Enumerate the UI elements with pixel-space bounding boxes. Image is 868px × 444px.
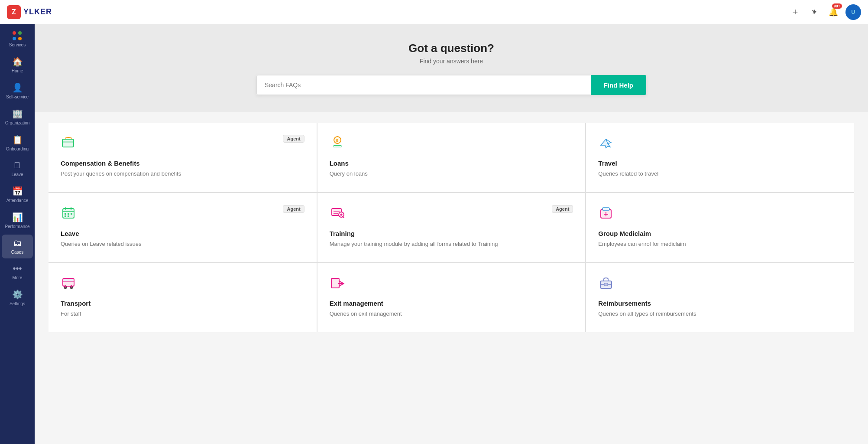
hero-title: Got a question? [43, 42, 859, 55]
card-title: Transport [61, 300, 304, 307]
card-title: Loans [330, 160, 573, 167]
topbar-actions: + ✦ ? 🔔 99+ U [788, 4, 861, 20]
sidebar-item-services[interactable]: Services [2, 28, 33, 51]
card-title: Reimbursements [598, 300, 842, 307]
card-desc: Post your queries on compensation and be… [61, 170, 304, 178]
settings-icon: ⚙️ [12, 289, 23, 300]
card-desc: Queries on all types of reimbursements [598, 310, 842, 318]
card-header: Agent [330, 205, 573, 224]
notifications-button[interactable]: 🔔 99+ [826, 5, 840, 19]
performance-icon: 📊 [12, 212, 23, 222]
sidebar-item-settings[interactable]: ⚙️ Settings [2, 286, 33, 310]
svg-rect-30 [65, 285, 66, 287]
sidebar: Services 🏠 Home 👤 Self-service 🏢 Organiz… [0, 24, 35, 444]
training-icon [330, 205, 345, 224]
card-reimbursements[interactable]: Reimbursements Queries on all types of r… [586, 263, 854, 332]
card-leave[interactable]: Agent Leave Queries on Leave related iss… [49, 193, 317, 262]
card-title: Compensation & Benefits [61, 160, 304, 167]
card-header: Agent [61, 205, 304, 224]
logo-icon: Z [7, 5, 21, 19]
find-help-button[interactable]: Find Help [591, 75, 646, 95]
sidebar-item-label: Cases [11, 250, 23, 255]
hero-subtitle: Find your answers here [43, 58, 859, 65]
svg-rect-11 [71, 213, 72, 215]
agent-badge: Agent [283, 205, 304, 213]
card-header [598, 205, 842, 224]
sidebar-item-label: Organization [5, 121, 30, 126]
svg-rect-0 [62, 139, 74, 147]
calendar-icon [61, 205, 76, 224]
card-desc: For staff [61, 310, 304, 318]
mediclaim-icon [598, 205, 614, 224]
topbar: Z YLKER + ✦ ? 🔔 99+ U [0, 0, 868, 24]
card-compensation[interactable]: Agent Compensation & Benefits Post your … [49, 123, 317, 192]
organization-icon: 🏢 [12, 108, 23, 119]
sidebar-item-label: Leave [11, 172, 23, 177]
card-group-mediclaim[interactable]: Group Mediclaim Employees can enrol for … [586, 193, 854, 262]
sidebar-item-label: More [13, 275, 23, 281]
sidebar-item-label: Settings [10, 301, 25, 307]
card-desc: Employees can enrol for mediclaim [598, 240, 842, 248]
leave-icon: 🗒 [13, 160, 22, 170]
home-icon: 🏠 [12, 56, 23, 67]
avatar[interactable]: U [845, 4, 861, 20]
services-icon [13, 31, 22, 41]
svg-text:$: $ [336, 138, 338, 143]
search-row: Find Help [256, 75, 646, 95]
hero-section: Got a question? Find your answers here F… [35, 24, 868, 112]
card-exit-management[interactable]: Exit management Queries on exit manageme… [317, 263, 586, 332]
logo-text: YLKER [23, 7, 52, 16]
agent-badge: Agent [552, 205, 573, 213]
sidebar-item-organization[interactable]: 🏢 Organization [2, 105, 33, 129]
sidebar-item-performance[interactable]: 📊 Performance [2, 209, 33, 233]
card-header [330, 275, 573, 294]
card-desc: Manage your training module by adding al… [330, 240, 573, 248]
sidebar-item-label: Services [9, 42, 26, 48]
sidebar-item-label: Attendance [6, 198, 29, 203]
sidebar-item-cases[interactable]: 🗂 Cases [2, 235, 33, 258]
card-travel[interactable]: Travel Queries related to travel [586, 123, 854, 192]
svg-rect-1 [62, 141, 74, 143]
exit-icon [330, 275, 345, 294]
card-transport[interactable]: Transport For staff [49, 263, 317, 332]
card-header [61, 275, 304, 294]
sidebar-item-onboarding[interactable]: 📋 Onboarding [2, 131, 33, 155]
card-header [598, 275, 842, 294]
svg-rect-26 [64, 279, 68, 281]
card-desc: Queries on Leave related issues [61, 240, 304, 248]
agent-badge: Agent [283, 135, 304, 143]
plane-icon [598, 135, 614, 153]
sidebar-item-label: Performance [5, 224, 29, 229]
cases-icon: 🗂 [13, 238, 22, 248]
card-desc: Queries related to travel [598, 170, 842, 178]
card-loans[interactable]: $ Loans Query on loans [317, 123, 586, 192]
attendance-icon: 📅 [12, 186, 23, 196]
onboarding-icon: 📋 [12, 134, 23, 145]
svg-line-19 [343, 216, 344, 218]
card-desc: Query on loans [330, 170, 573, 178]
card-training[interactable]: Agent Training Manage your training modu… [317, 193, 586, 262]
help-button[interactable]: ✦ ? [807, 5, 821, 19]
sidebar-item-label: Home [12, 69, 23, 74]
main-content: Got a question? Find your answers here F… [35, 24, 868, 444]
card-header: Agent [61, 135, 304, 153]
search-input[interactable] [256, 75, 591, 95]
wallet-icon [61, 135, 76, 153]
svg-rect-9 [65, 213, 66, 215]
svg-rect-31 [71, 285, 72, 287]
card-title: Travel [598, 160, 842, 167]
sidebar-item-attendance[interactable]: 📅 Attendance [2, 183, 33, 207]
add-button[interactable]: + [788, 5, 802, 19]
card-header: $ [330, 135, 573, 153]
svg-rect-13 [68, 215, 69, 217]
sidebar-item-home[interactable]: 🏠 Home [2, 53, 33, 77]
more-icon: ••• [13, 264, 22, 274]
card-title: Group Mediclaim [598, 230, 842, 237]
svg-rect-27 [69, 279, 73, 281]
svg-rect-36 [604, 283, 608, 286]
sidebar-item-leave[interactable]: 🗒 Leave [2, 157, 33, 181]
sidebar-item-more[interactable]: ••• More [2, 260, 33, 284]
sidebar-item-self-service[interactable]: 👤 Self-service [2, 79, 33, 103]
svg-rect-12 [65, 215, 66, 217]
briefcase-icon [598, 275, 614, 294]
